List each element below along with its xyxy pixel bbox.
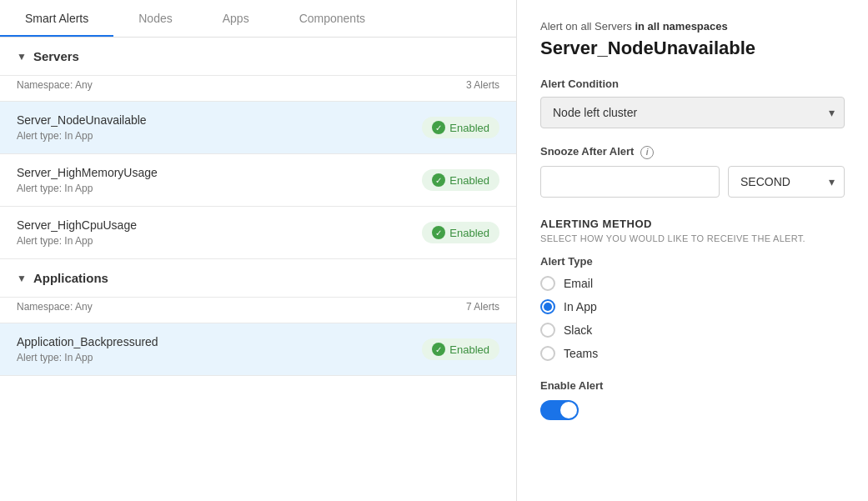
alert-type-label: Alert type: In App: [17, 183, 158, 194]
check-circle-icon: ✓: [432, 343, 445, 356]
radio-circle-slack: [540, 323, 555, 338]
radio-item-slack[interactable]: Slack: [540, 323, 845, 338]
alert-type-label: Alert type: In App: [17, 235, 137, 247]
alerting-method-title: ALERTING METHOD: [540, 218, 845, 230]
radio-circle-in-app: [540, 299, 555, 314]
snooze-row: SECOND MINUTE HOUR ▾: [540, 166, 845, 198]
alerting-method-subtitle: SELECT HOW YOU WOULD LIKE TO RECEIVE THE…: [540, 233, 845, 243]
left-panel: Smart Alerts Nodes Apps Components ▼ Ser…: [0, 0, 517, 501]
radio-label-slack: Slack: [564, 323, 592, 337]
radio-item-email[interactable]: Email: [540, 276, 845, 291]
tab-smart-alerts[interactable]: Smart Alerts: [0, 0, 113, 37]
servers-group-header[interactable]: ▼ Servers: [0, 38, 516, 76]
applications-group-title: Applications: [33, 271, 108, 285]
alert-type-label: Alert type: In App: [17, 130, 147, 142]
radio-label-in-app: In App: [564, 300, 597, 313]
enable-alert-label: Enable Alert: [540, 379, 845, 392]
alert-name: Application_Backpressured: [17, 335, 158, 348]
snooze-info-icon[interactable]: i: [640, 146, 654, 159]
tab-components[interactable]: Components: [274, 0, 390, 37]
tab-bar: Smart Alerts Nodes Apps Components: [0, 0, 516, 38]
snooze-input[interactable]: [540, 166, 720, 198]
servers-group-meta: Namespace: Any 3 Alerts: [0, 76, 516, 102]
list-item[interactable]: Server_HighMemoryUsage Alert type: In Ap…: [0, 154, 516, 207]
applications-group-header[interactable]: ▼ Applications: [0, 259, 516, 298]
check-circle-icon: ✓: [432, 226, 445, 239]
badge-label: Enabled: [449, 174, 489, 187]
snooze-unit-select[interactable]: SECOND MINUTE HOUR: [728, 166, 845, 198]
list-item[interactable]: Server_NodeUnavailable Alert type: In Ap…: [0, 102, 516, 154]
panel-subtitle: Alert on all Servers in all namespaces: [540, 20, 845, 33]
radio-item-teams[interactable]: Teams: [540, 346, 845, 361]
snooze-label: Snooze After Alert i: [540, 145, 845, 159]
badge-label: Enabled: [449, 227, 489, 239]
enabled-badge: ✓ Enabled: [422, 117, 499, 138]
alert-type-section-label: Alert Type: [540, 255, 845, 268]
radio-circle-teams: [540, 346, 555, 361]
snooze-unit-wrapper: SECOND MINUTE HOUR ▾: [728, 166, 845, 198]
servers-namespace: Namespace: Any: [17, 79, 93, 91]
tab-nodes[interactable]: Nodes: [113, 0, 197, 37]
applications-namespace: Namespace: Any: [17, 301, 93, 313]
servers-alert-count: 3 Alerts: [466, 79, 499, 91]
alert-type-label: Alert type: In App: [17, 352, 158, 363]
check-circle-icon: ✓: [432, 173, 445, 187]
alert-name: Server_HighCpuUsage: [17, 218, 137, 232]
tab-apps[interactable]: Apps: [198, 0, 274, 37]
alert-condition-select[interactable]: Node left cluster Node joined cluster No…: [540, 97, 845, 128]
badge-label: Enabled: [449, 343, 489, 356]
servers-chevron-icon: ▼: [17, 51, 27, 63]
enabled-badge: ✓ Enabled: [422, 338, 499, 360]
list-item[interactable]: Server_HighCpuUsage Alert type: In App ✓…: [0, 207, 516, 259]
radio-label-email: Email: [564, 277, 593, 290]
panel-title: Server_NodeUnavailable: [540, 38, 845, 59]
applications-group-meta: Namespace: Any 7 Alerts: [0, 298, 516, 323]
enable-alert-toggle[interactable]: [540, 400, 579, 420]
alert-name: Server_HighMemoryUsage: [17, 166, 158, 179]
right-panel: Alert on all Servers in all namespaces S…: [517, 0, 868, 501]
applications-alert-count: 7 Alerts: [466, 301, 499, 313]
alert-condition-label: Alert Condition: [540, 78, 845, 90]
enabled-badge: ✓ Enabled: [422, 222, 499, 243]
list-item[interactable]: Application_Backpressured Alert type: In…: [0, 323, 516, 376]
applications-chevron-icon: ▼: [17, 273, 27, 284]
alert-type-radio-group: Email In App Slack Teams: [540, 276, 845, 361]
enabled-badge: ✓ Enabled: [422, 169, 499, 191]
alert-condition-select-wrapper: Node left cluster Node joined cluster No…: [540, 97, 845, 128]
radio-item-in-app[interactable]: In App: [540, 299, 845, 314]
alert-list: ▼ Servers Namespace: Any 3 Alerts Server…: [0, 38, 516, 501]
badge-label: Enabled: [449, 122, 489, 134]
radio-circle-email: [540, 276, 555, 291]
check-circle-icon: ✓: [432, 121, 445, 134]
servers-group-title: Servers: [33, 49, 79, 63]
alert-name: Server_NodeUnavailable: [17, 113, 147, 127]
radio-label-teams: Teams: [564, 347, 598, 360]
